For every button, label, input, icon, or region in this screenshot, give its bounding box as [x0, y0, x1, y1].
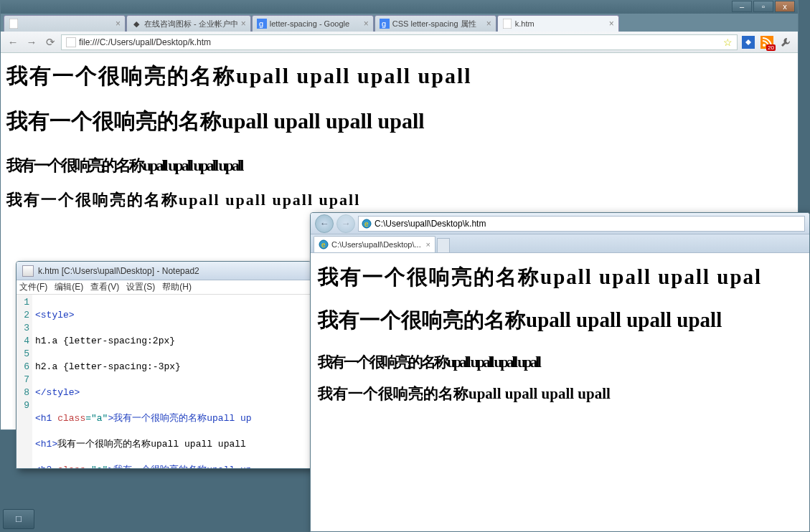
chrome-minimize-button[interactable]: –	[732, 1, 752, 12]
ie-new-tab-button[interactable]	[437, 238, 450, 252]
chrome-tabstrip: × ◆在线咨询图标 - 企业帐户中× gletter-spacing - Goo…	[1, 14, 798, 32]
close-tab-icon[interactable]: ×	[609, 19, 614, 29]
tab-label: 在线咨询图标 - 企业帐户中	[144, 19, 238, 29]
ie-close-tab-icon[interactable]: ×	[426, 240, 430, 249]
heading-h2: 我有一个很响亮的名称upall upall upall upall	[6, 189, 792, 211]
heading-h1: 我有一个很响亮的名称upall upall upall upall	[318, 306, 802, 335]
extension-icon[interactable]	[740, 34, 756, 50]
menu-edit[interactable]: 编辑(E)	[55, 281, 83, 293]
line-number-gutter: 123456789	[17, 295, 32, 468]
tab-label: CSS letter-spacing 属性	[392, 19, 476, 29]
heading-h2: 我有一个很响亮的名称upall upall upall upall	[318, 384, 802, 404]
chrome-tab-1[interactable]: ◆在线咨询图标 - 企业帐户中×	[126, 15, 251, 32]
svg-text:e: e	[364, 220, 369, 228]
blank-page-icon	[9, 19, 19, 29]
ie-url-text: C:\Users\upall\Desktop\k.htm	[375, 219, 486, 229]
taskbar-app-button[interactable]: ☐	[3, 509, 34, 529]
menu-settings[interactable]: 设置(S)	[126, 281, 155, 293]
rss-icon[interactable]: 20	[759, 34, 775, 50]
favicon-icon: ◆	[131, 19, 141, 29]
chrome-tab-2[interactable]: gletter-spacing - Google×	[252, 15, 374, 32]
notepad2-editor[interactable]: 123456789 <style> h1.a {letter-spacing:2…	[17, 295, 311, 468]
notepad2-titlebar[interactable]: k.htm [C:\Users\upall\Desktop] - Notepad…	[17, 262, 311, 280]
chrome-titlebar: – ▫ x	[1, 1, 798, 14]
code-area[interactable]: <style> h1.a {letter-spacing:2px} h2.a {…	[32, 295, 311, 468]
google-favicon-icon: g	[257, 19, 267, 29]
heading-h2-a: 我有一个很响亮的名称upall upall upall upall	[6, 155, 792, 176]
ie-address-bar[interactable]: e C:\Users\upall\Desktop\k.htm	[358, 216, 805, 232]
address-bar[interactable]: file:///C:/Users/upall/Desktop/k.htm ☆	[61, 34, 738, 50]
heading-h1: 我有一个很响亮的名称upall upall upall upall	[6, 107, 792, 136]
google-favicon-icon: g	[380, 19, 390, 29]
svg-text:g: g	[259, 19, 263, 28]
file-favicon-icon	[502, 19, 512, 29]
notepad2-app-icon	[22, 265, 34, 277]
ie-tab-label: C:\Users\upall\Desktop\...	[331, 240, 421, 249]
notepad2-window: k.htm [C:\Users\upall\Desktop] - Notepad…	[16, 261, 311, 469]
svg-point-8	[763, 44, 766, 47]
url-text: file:///C:/Users/upall/Desktop/k.htm	[79, 37, 211, 47]
ie-favicon-icon: e	[319, 239, 329, 250]
back-button[interactable]: ←	[5, 34, 21, 50]
page-icon	[66, 37, 76, 47]
chrome-toolbar: ← → ⟳ file:///C:/Users/upall/Desktop/k.h…	[1, 32, 798, 53]
close-tab-icon[interactable]: ×	[241, 19, 246, 29]
ie-titlebar[interactable]: ← → e C:\Users\upall\Desktop\k.htm	[311, 213, 809, 234]
menu-view[interactable]: 查看(V)	[90, 281, 119, 293]
chrome-tab-0[interactable]: ×	[4, 15, 126, 32]
ie-tabstrip: e C:\Users\upall\Desktop\... ×	[311, 234, 809, 253]
reload-button[interactable]: ⟳	[42, 34, 58, 50]
svg-text:g: g	[382, 19, 386, 28]
rss-badge: 20	[766, 44, 776, 51]
menu-help[interactable]: 帮助(H)	[162, 281, 192, 293]
notepad2-title: k.htm [C:\Users\upall\Desktop] - Notepad…	[38, 266, 199, 276]
chrome-tab-4[interactable]: k.htm×	[497, 15, 619, 32]
heading-h2-a: 我有一个很响亮的名称upall upall upall upall	[318, 352, 802, 372]
ie-tab-0[interactable]: e C:\Users\upall\Desktop\... ×	[314, 236, 435, 252]
notepad2-menubar: 文件(F) 编辑(E) 查看(V) 设置(S) 帮助(H)	[17, 280, 311, 295]
chrome-maximize-button[interactable]: ▫	[753, 1, 773, 12]
heading-h1-a: 我有一个很响亮的名称upall upall upall upall	[6, 62, 792, 91]
bookmark-star-icon[interactable]: ☆	[723, 37, 733, 48]
svg-rect-0	[9, 19, 18, 29]
chrome-close-button[interactable]: x	[775, 1, 795, 12]
close-tab-icon[interactable]: ×	[116, 19, 121, 29]
chrome-tab-3[interactable]: gCSS letter-spacing 属性×	[375, 15, 496, 32]
svg-rect-5	[503, 19, 512, 29]
close-tab-icon[interactable]: ×	[486, 19, 491, 29]
tab-label: letter-spacing - Google	[270, 19, 349, 28]
ie-favicon-icon: e	[362, 219, 372, 229]
close-tab-icon[interactable]: ×	[364, 19, 369, 29]
ie-window: ← → e C:\Users\upall\Desktop\k.htm e C:\…	[310, 212, 810, 532]
chrome-page-content: 我有一个很响亮的名称upall upall upall upall 我有一个很响…	[1, 53, 798, 219]
menu-file[interactable]: 文件(F)	[19, 281, 47, 293]
ie-back-button[interactable]: ←	[315, 214, 334, 233]
ie-forward-button[interactable]: →	[336, 214, 355, 233]
svg-text:e: e	[321, 241, 326, 249]
wrench-icon[interactable]	[778, 34, 793, 50]
tab-label: k.htm	[515, 19, 534, 28]
forward-button[interactable]: →	[24, 34, 39, 50]
ie-page-content: 我有一个很响亮的名称upall upall upall upal 我有一个很响亮…	[311, 253, 809, 414]
heading-h1-a: 我有一个很响亮的名称upall upall upall upal	[318, 263, 802, 292]
